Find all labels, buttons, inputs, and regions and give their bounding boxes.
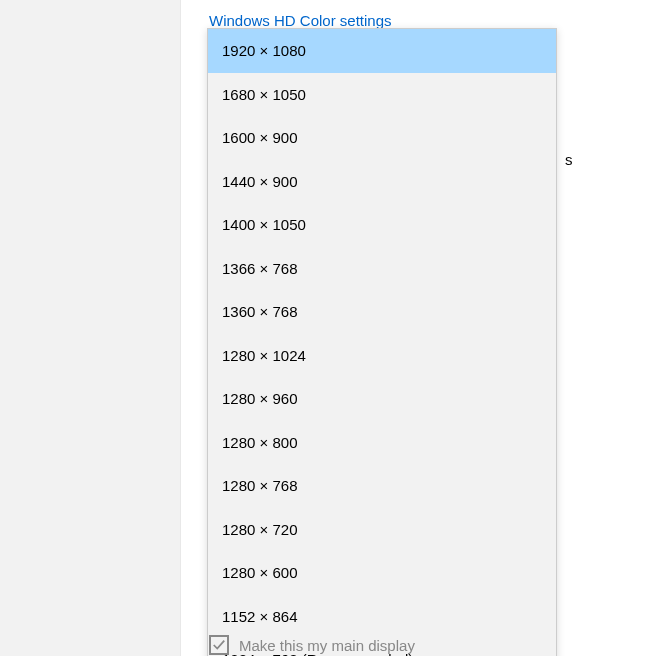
resolution-option[interactable]: 1280 × 600	[208, 551, 556, 595]
hd-color-settings-link[interactable]: Windows HD Color settings	[209, 12, 392, 29]
resolution-option[interactable]: 1152 × 864	[208, 595, 556, 639]
settings-sidebar: ns	[0, 0, 181, 656]
checkmark-icon	[212, 638, 226, 652]
main-display-row: Make this my main display	[209, 635, 415, 655]
settings-content: Windows HD Color settings s 1920 × 10801…	[181, 0, 669, 656]
resolution-option[interactable]: 1280 × 720	[208, 508, 556, 552]
resolution-option[interactable]: 1440 × 900	[208, 160, 556, 204]
main-display-label: Make this my main display	[239, 637, 415, 654]
obscured-text: s	[565, 151, 573, 168]
resolution-option[interactable]: 1280 × 1024	[208, 334, 556, 378]
main-display-checkbox	[209, 635, 229, 655]
resolution-option[interactable]: 1680 × 1050	[208, 73, 556, 117]
resolution-option[interactable]: 1280 × 960	[208, 377, 556, 421]
resolution-option[interactable]: 1360 × 768	[208, 290, 556, 334]
resolution-option[interactable]: 1600 × 900	[208, 116, 556, 160]
resolution-option[interactable]: 1366 × 768	[208, 247, 556, 291]
resolution-option[interactable]: 1280 × 800	[208, 421, 556, 465]
resolution-option[interactable]: 1280 × 768	[208, 464, 556, 508]
resolution-option[interactable]: 1920 × 1080	[208, 29, 556, 73]
resolution-dropdown[interactable]: 1920 × 10801680 × 10501600 × 9001440 × 9…	[207, 28, 557, 656]
resolution-option[interactable]: 1400 × 1050	[208, 203, 556, 247]
